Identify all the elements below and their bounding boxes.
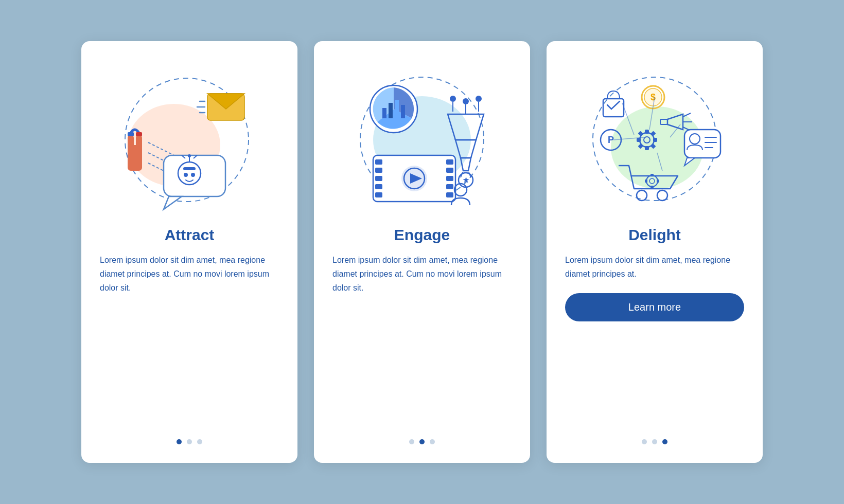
attract-title: Attract: [165, 226, 215, 244]
svg-text:$: $: [650, 92, 656, 102]
svg-rect-51: [446, 159, 453, 165]
svg-rect-78: [653, 138, 657, 142]
dot-2[interactable]: [187, 439, 192, 444]
learn-more-button[interactable]: Learn more: [565, 293, 744, 321]
dot-3[interactable]: [197, 439, 202, 444]
svg-rect-95: [645, 179, 647, 183]
dot-1[interactable]: [409, 439, 414, 444]
svg-rect-54: [446, 184, 453, 189]
dot-3[interactable]: [430, 439, 435, 444]
dot-1[interactable]: [642, 439, 647, 444]
svg-rect-55: [446, 192, 453, 197]
svg-rect-93: [650, 174, 654, 176]
svg-rect-4: [136, 135, 142, 150]
svg-rect-96: [657, 179, 659, 183]
engage-dots: [409, 435, 435, 444]
dot-2[interactable]: [419, 439, 425, 444]
svg-point-32: [450, 96, 456, 102]
engage-title: Engage: [394, 226, 450, 244]
card-delight: $ P: [547, 41, 763, 463]
svg-rect-3: [128, 135, 134, 150]
svg-rect-28: [382, 108, 386, 118]
svg-text:P: P: [608, 135, 614, 145]
svg-rect-52: [446, 168, 453, 173]
svg-rect-47: [375, 168, 382, 173]
svg-rect-29: [389, 103, 393, 118]
svg-point-90: [657, 190, 667, 201]
svg-rect-31: [401, 105, 405, 118]
svg-rect-46: [375, 159, 382, 165]
svg-rect-83: [684, 130, 720, 158]
svg-point-14: [184, 173, 188, 177]
svg-point-34: [463, 98, 469, 104]
svg-point-36: [476, 96, 482, 102]
svg-rect-13: [183, 167, 196, 170]
engage-text: Lorem ipsum dolor sit dim amet, mea regi…: [332, 253, 512, 295]
svg-marker-11: [164, 196, 182, 209]
svg-rect-76: [645, 146, 649, 150]
attract-dots: [177, 435, 202, 444]
svg-rect-77: [637, 138, 641, 142]
svg-point-89: [637, 190, 647, 201]
svg-rect-5: [128, 132, 134, 136]
svg-rect-75: [645, 130, 649, 134]
card-attract: Attract Lorem ipsum dolor sit dim amet, …: [81, 41, 297, 463]
dot-3[interactable]: [662, 439, 667, 444]
attract-illustration: [100, 58, 279, 222]
delight-text: Lorem ipsum dolor sit dim amet, mea regi…: [565, 253, 744, 281]
delight-title: Delight: [628, 226, 681, 244]
dot-1[interactable]: [177, 439, 182, 444]
cards-container: Attract Lorem ipsum dolor sit dim amet, …: [61, 21, 783, 483]
delight-illustration: $ P: [565, 58, 744, 222]
engage-illustration: ★: [332, 58, 512, 222]
card-engage: ★: [314, 41, 530, 463]
svg-point-17: [188, 154, 191, 157]
svg-rect-48: [375, 176, 382, 181]
svg-text:★: ★: [463, 176, 469, 184]
attract-text: Lorem ipsum dolor sit dim amet, mea regi…: [100, 253, 279, 295]
svg-rect-6: [136, 132, 142, 136]
delight-dots: [642, 435, 667, 444]
svg-rect-30: [395, 100, 399, 118]
svg-rect-94: [650, 186, 654, 188]
svg-rect-53: [446, 176, 453, 181]
svg-rect-50: [375, 192, 382, 197]
svg-point-15: [191, 173, 195, 177]
svg-rect-49: [375, 184, 382, 189]
dot-2[interactable]: [652, 439, 657, 444]
